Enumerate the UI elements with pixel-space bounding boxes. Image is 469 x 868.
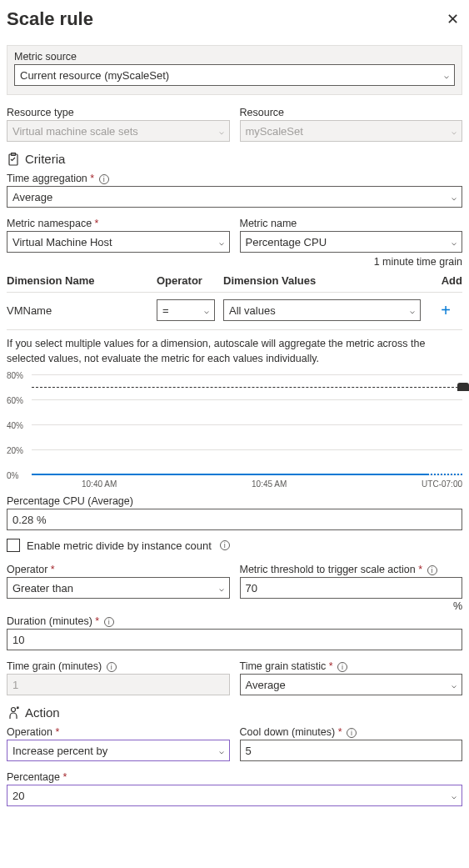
threshold-input[interactable]: 70 [240, 577, 463, 599]
time-agg-label: Time aggregation * i [7, 173, 462, 184]
metric-source-section: Metric source Current resource (myScaleS… [7, 45, 462, 95]
chart-x-axis: 10:40 AM 10:45 AM UTC-07:00 [32, 479, 462, 489]
chart-tick-60: 60% [7, 396, 23, 405]
chevron-down-icon: ⌵ [219, 127, 224, 136]
chevron-down-icon: ⌵ [219, 746, 224, 755]
dimension-table-row: VMName = ⌵ All values ⌵ + [7, 293, 462, 330]
duration-label: Duration (minutes) * i [7, 615, 462, 627]
metric-source-select[interactable]: Current resource (myScaleSet) ⌵ [14, 64, 455, 86]
chevron-down-icon: ⌵ [452, 127, 457, 136]
chart-tick-20: 20% [7, 446, 23, 455]
dim-name-cell: VMName [7, 304, 157, 317]
chart-metric-label: Percentage CPU (Average) [7, 495, 462, 507]
info-icon[interactable]: i [427, 565, 437, 575]
operator-value: Greater than [12, 582, 73, 595]
threshold-suffix: % [240, 600, 463, 612]
chart-current-marker [457, 383, 469, 391]
duration-input[interactable]: 10 [7, 629, 462, 650]
chart-series-forecast [404, 474, 462, 475]
close-icon[interactable]: ✕ [443, 7, 462, 32]
chart-xtick-0: 10:40 AM [82, 479, 117, 489]
chevron-down-icon: ⌵ [452, 791, 457, 800]
chevron-down-icon: ⌵ [452, 193, 457, 202]
time-grain-min-label: Time grain (minutes) i [7, 660, 230, 672]
criteria-heading: Criteria [7, 152, 462, 166]
namespace-value: Virtual Machine Host [12, 236, 112, 248]
cooldown-label: Cool down (minutes) * i [240, 726, 463, 738]
metric-name-label: Metric name [240, 218, 463, 229]
chevron-down-icon: ⌵ [219, 584, 224, 593]
info-icon[interactable]: i [107, 662, 117, 672]
panel-header: Scale rule ✕ [7, 7, 462, 32]
chart-threshold-line [32, 387, 462, 388]
time-grain-stat-select[interactable]: Average ⌵ [240, 674, 463, 695]
chart-xtick-1: 10:45 AM [252, 479, 287, 489]
time-grain-stat-value: Average [246, 679, 286, 691]
resource-select: myScaleSet ⌵ [240, 120, 463, 142]
info-icon[interactable]: i [220, 540, 230, 550]
dimension-table-header: Dimension Name Operator Dimension Values… [7, 269, 462, 293]
operator-label: Operator * [7, 564, 230, 575]
chevron-down-icon: ⌵ [219, 238, 224, 247]
time-grain-min-value: 1 [12, 679, 18, 691]
criteria-title: Criteria [25, 152, 65, 166]
dim-val-select[interactable]: All values ⌵ [223, 299, 421, 321]
time-grain-min-input: 1 [7, 674, 230, 695]
action-icon [7, 706, 20, 720]
threshold-label: Metric threshold to trigger scale action… [240, 564, 463, 575]
threshold-value: 70 [246, 582, 257, 595]
metric-name-select[interactable]: Percentage CPU ⌵ [240, 231, 463, 253]
namespace-select[interactable]: Virtual Machine Host ⌵ [7, 231, 230, 253]
divide-by-instance-label: Enable metric divide by instance count [27, 539, 212, 552]
resource-value: myScaleSet [246, 125, 303, 138]
chevron-down-icon: ⌵ [204, 306, 209, 315]
add-dimension-button[interactable]: + [436, 300, 456, 320]
clipboard-icon [7, 153, 20, 166]
chevron-down-icon: ⌵ [410, 306, 415, 315]
action-heading: Action [7, 705, 462, 720]
info-icon[interactable]: i [347, 728, 357, 738]
chart-timezone: UTC-07:00 [422, 479, 462, 489]
percentage-input[interactable]: 20 ⌵ [7, 785, 462, 806]
dim-name-header: Dimension Name [7, 274, 157, 287]
metric-chart: 80% 60% 40% 20% 0% [32, 374, 462, 474]
info-icon[interactable]: i [337, 662, 347, 672]
operator-select[interactable]: Greater than ⌵ [7, 577, 230, 599]
chevron-down-icon: ⌵ [452, 680, 457, 690]
dim-op-value: = [162, 304, 169, 317]
chart-tick-0: 0% [7, 471, 18, 480]
operation-label: Operation * [7, 726, 230, 738]
dimension-help-text: If you select multiple values for a dime… [7, 337, 462, 366]
info-icon[interactable]: i [99, 174, 109, 184]
metric-name-value: Percentage CPU [246, 236, 327, 248]
resource-type-select: Virtual machine scale sets ⌵ [7, 120, 230, 142]
dim-val-value: All values [229, 304, 276, 317]
action-title: Action [25, 705, 60, 720]
chevron-down-icon: ⌵ [444, 71, 449, 80]
dim-add-header: Add [429, 274, 462, 287]
chart-tick-80: 80% [7, 371, 23, 380]
dim-op-select[interactable]: = ⌵ [157, 299, 215, 321]
operation-value: Increase percent by [12, 745, 107, 757]
resource-type-value: Virtual machine scale sets [12, 125, 138, 138]
svg-point-2 [12, 707, 16, 711]
time-agg-select[interactable]: Average ⌵ [7, 186, 462, 208]
namespace-label: Metric namespace * [7, 218, 230, 229]
cooldown-input[interactable]: 5 [240, 740, 463, 761]
time-grain-stat-label: Time grain statistic * i [240, 660, 463, 672]
time-grain-note: 1 minute time grain [7, 256, 462, 268]
resource-type-label: Resource type [7, 107, 230, 118]
chart-metric-value: 0.28 % [12, 514, 46, 526]
dim-val-header: Dimension Values [223, 274, 429, 287]
time-agg-value: Average [12, 191, 52, 203]
chart-metric-value-field: 0.28 % [7, 509, 462, 530]
chart-series-line [32, 474, 429, 475]
chevron-down-icon: ⌵ [452, 238, 457, 247]
dim-op-header: Operator [157, 274, 223, 287]
info-icon[interactable]: i [104, 617, 114, 627]
panel-title: Scale rule [7, 8, 93, 30]
metric-source-value: Current resource (myScaleSet) [20, 69, 169, 82]
percentage-label: Percentage * [7, 771, 462, 783]
operation-select[interactable]: Increase percent by ⌵ [7, 740, 230, 761]
divide-by-instance-checkbox[interactable] [7, 539, 20, 552]
